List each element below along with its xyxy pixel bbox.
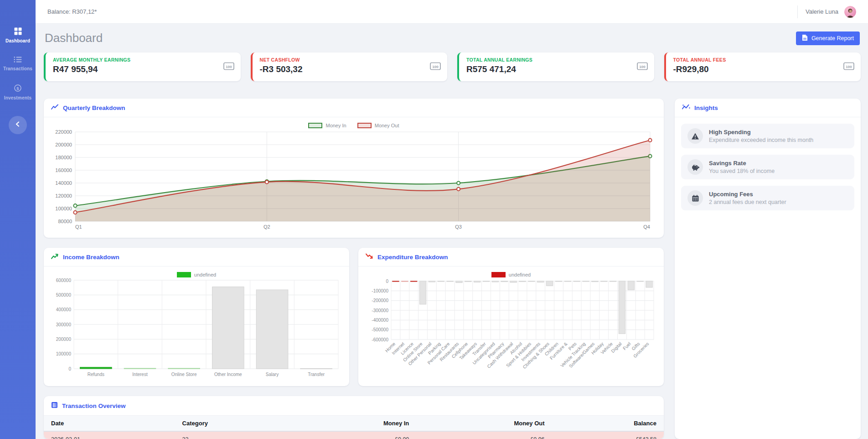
balance-label: Balance: R307,12* [47, 8, 97, 15]
transactions-tbody: 2026-02-0122£0.00-£0.96£543.582026-02-01… [44, 431, 664, 439]
trending-down-icon [366, 253, 373, 261]
stat-card-title: TOTAL ANNUAL FEES [673, 57, 854, 63]
stat-card-value: -R929,80 [673, 64, 854, 74]
expenditure-breakdown-title: Expenditure Breakdown [377, 254, 448, 261]
transaction-overview-card: Transaction Overview DateCategoryMoney I… [44, 396, 664, 439]
main-area: Balance: R307,12* Valerie Luna Dashboard [36, 0, 868, 439]
legend-label: undefined [194, 272, 216, 277]
avatar[interactable] [844, 6, 856, 18]
expenditure-chart-legend: undefined [365, 272, 657, 277]
quarterly-chart-legend: Money InMoney Out [50, 123, 657, 128]
stat-card-net-cashflow: NET CASHFLOW -R3 503,32 100 [251, 52, 448, 81]
stat-card-total-annual-fees: TOTAL ANNUAL FEES -R929,80 100 [664, 52, 861, 81]
legend-item[interactable]: undefined [177, 272, 216, 277]
legend-swatch [491, 272, 506, 277]
sidebar-item-investments[interactable]: $ Investments [0, 84, 36, 100]
legend-label: Money In [326, 123, 346, 128]
table-cell: £0.00 [295, 431, 416, 439]
svg-text:100: 100 [226, 64, 232, 68]
legend-item[interactable]: Money In [308, 123, 346, 128]
legend-swatch [357, 123, 372, 128]
sidebar-item-label: Investments [4, 95, 32, 100]
svg-text:140000: 140000 [55, 180, 72, 186]
sidebar: Dashboard Transactions $ Investments [0, 0, 36, 439]
generate-report-button[interactable]: Generate Report [796, 31, 860, 45]
legend-swatch [308, 123, 322, 128]
insight-upcoming-fees: Upcoming Fees 2 annual fees due next qua… [681, 186, 854, 210]
transaction-overview-header: Transaction Overview [44, 396, 664, 416]
table-cell: 2026-02-01 [44, 431, 175, 439]
legend-item[interactable]: undefined [491, 272, 531, 277]
stat-card-total-annual-earnings: TOTAL ANNUAL EARNINGS R575 471,24 100 [457, 52, 654, 81]
line-chart-icon [51, 104, 59, 111]
sidebar-item-transactions[interactable]: Transactions [0, 56, 36, 71]
topbar-divider [797, 5, 798, 18]
legend-label: undefined [509, 272, 531, 277]
topbar: Balance: R307,12* Valerie Luna [36, 0, 868, 24]
banknote-icon: 100 [430, 62, 441, 72]
svg-text:Q4: Q4 [643, 224, 650, 230]
banknote-icon: 100 [637, 62, 648, 72]
svg-text:Q3: Q3 [455, 224, 462, 230]
stat-cards-row: AVERAGE MONTHLY EARNINGS R47 955,94 100 … [44, 52, 861, 81]
insight-high-spending: High Spending Expenditure exceeded incom… [681, 124, 854, 148]
svg-text:0: 0 [68, 366, 71, 371]
svg-text:200000: 200000 [55, 142, 72, 147]
insights-list: High Spending Expenditure exceeded incom… [675, 117, 861, 217]
svg-text:100000: 100000 [56, 351, 72, 356]
svg-text:-200000: -200000 [372, 298, 388, 303]
page-content: Dashboard Generate Report AVERAGE MONTHL… [36, 24, 868, 439]
svg-text:300000: 300000 [56, 322, 72, 327]
svg-text:100: 100 [432, 64, 439, 68]
expenditure-breakdown-card: Expenditure Breakdown undefined -600000-… [358, 248, 664, 386]
income-chart: 0100000200000300000400000500000600000Ref… [50, 277, 342, 380]
trending-up-icon [51, 253, 59, 261]
transactions-list-icon [14, 56, 22, 64]
svg-text:220000: 220000 [55, 129, 72, 135]
svg-text:0: 0 [386, 279, 388, 284]
quarterly-breakdown-card: Quarterly Breakdown Money InMoney Out 80… [44, 99, 664, 238]
income-breakdown-header: Income Breakdown [44, 248, 349, 267]
user-name: Valerie Luna [806, 8, 838, 15]
svg-text:-600000: -600000 [372, 337, 388, 342]
legend-item[interactable]: Money Out [357, 123, 399, 128]
svg-text:-500000: -500000 [372, 327, 388, 332]
svg-text:-100000: -100000 [372, 288, 388, 293]
svg-text:-300000: -300000 [372, 308, 388, 313]
insight-title: Upcoming Fees [709, 191, 786, 198]
calendar-icon [687, 190, 703, 206]
legend-label: Money Out [375, 123, 399, 128]
table-column-header: Balance [552, 416, 664, 431]
table-row: 2026-02-0122£0.00-£0.96£543.58 [44, 431, 664, 439]
stat-card-value: -R3 503,32 [260, 64, 440, 74]
svg-text:Interest: Interest [132, 372, 148, 377]
expenditure-breakdown-header: Expenditure Breakdown [358, 248, 664, 267]
svg-text:100000: 100000 [55, 206, 72, 211]
quarterly-breakdown-title: Quarterly Breakdown [63, 105, 125, 111]
insight-savings-rate: Savings Rate You saved 18% of income [681, 155, 854, 179]
svg-text:Online Store: Online Store [171, 372, 197, 377]
transactions-table: DateCategoryMoney InMoney OutBalance 202… [44, 416, 664, 439]
table-header-row: DateCategoryMoney InMoney OutBalance [44, 416, 664, 431]
svg-text:200000: 200000 [56, 337, 72, 342]
svg-text:500000: 500000 [56, 293, 72, 298]
insights-title: Insights [694, 105, 718, 111]
income-breakdown-card: Income Breakdown undefined 0100000200000… [44, 248, 349, 386]
insight-title: High Spending [709, 129, 813, 136]
insights-pulse-icon [682, 104, 690, 111]
piggy-bank-icon [687, 159, 703, 175]
svg-text:180000: 180000 [55, 155, 72, 160]
svg-text:Q2: Q2 [264, 224, 270, 230]
sidebar-item-dashboard[interactable]: Dashboard [0, 27, 36, 43]
svg-text:600000: 600000 [56, 278, 72, 283]
sidebar-collapse-button[interactable] [9, 116, 27, 134]
svg-text:400000: 400000 [56, 307, 72, 312]
svg-text:100: 100 [639, 64, 646, 68]
svg-text:Refunds: Refunds [88, 372, 104, 377]
insights-card: Insights High [675, 99, 861, 439]
svg-text:100: 100 [846, 64, 852, 68]
quarterly-chart: 8000010000012000014000016000018000020000… [50, 128, 656, 231]
quarterly-breakdown-header: Quarterly Breakdown [44, 99, 664, 117]
insight-title: Savings Rate [709, 160, 775, 167]
stat-card-title: AVERAGE MONTHLY EARNINGS [53, 57, 233, 63]
